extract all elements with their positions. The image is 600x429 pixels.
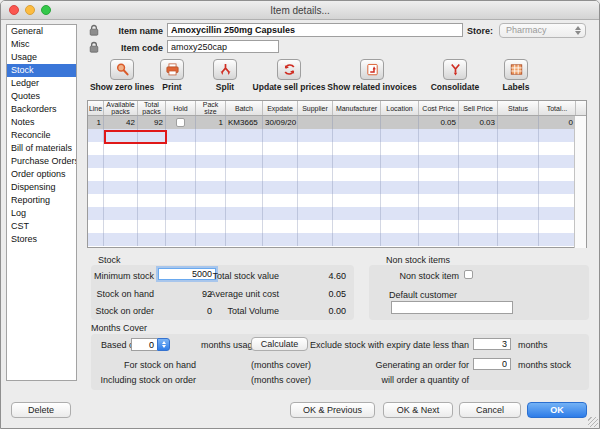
column-header-manufacturer[interactable]: Manufacturer (333, 101, 381, 115)
print-button[interactable]: Print (147, 59, 197, 92)
sidebar-item-misc[interactable]: Misc (7, 38, 76, 51)
sidebar-item-order-options[interactable]: Order options (7, 168, 76, 181)
sidebar-item-reconcile[interactable]: Reconcile (7, 129, 76, 142)
cell-batch (226, 233, 263, 246)
labels-button[interactable]: Labels (491, 59, 541, 92)
stepper-icon[interactable] (157, 338, 170, 351)
cell-total (539, 129, 576, 142)
cell-manufacturer[interactable] (333, 116, 381, 129)
table-row-empty (88, 129, 586, 142)
cell-expdate (263, 220, 298, 233)
show-related-invoices-button[interactable]: Show related invoices (327, 59, 417, 92)
cell-manufacturer (333, 220, 381, 233)
sidebar-item-cst[interactable]: CST (7, 220, 76, 233)
sidebar-item-bill-of-materials[interactable]: Bill of materials (7, 142, 76, 155)
average-unit-cost-value: 0.05 (296, 289, 346, 299)
cell-manufacturer (333, 194, 381, 207)
cell-expdate (263, 168, 298, 181)
zoom-icon[interactable] (41, 5, 51, 15)
cell-hold (166, 233, 196, 246)
column-header-location[interactable]: Location (381, 101, 419, 115)
resize-grip[interactable] (588, 417, 598, 427)
cell-expdate (263, 194, 298, 207)
split-button[interactable]: Split (200, 59, 250, 92)
generating-months-input[interactable] (473, 358, 511, 370)
sidebar: GeneralMiscUsageStockLedgerQuotesBackord… (6, 24, 77, 381)
ok-next-button[interactable]: OK & Next (383, 402, 453, 418)
cell-sell_price[interactable]: 0.03 (459, 116, 498, 129)
close-icon[interactable] (9, 5, 19, 15)
total-volume-value: 0.00 (296, 306, 346, 316)
cell-total_packs (138, 155, 166, 168)
based-on-spinner[interactable]: 0 (131, 338, 170, 351)
sidebar-item-log[interactable]: Log (7, 207, 76, 220)
cell-cost_price (419, 168, 459, 181)
delete-button[interactable]: Delete (11, 402, 71, 418)
sidebar-item-dispensing[interactable]: Dispensing (7, 181, 76, 194)
vertical-scrollbar[interactable] (574, 116, 586, 248)
cell-total[interactable]: 0 (539, 116, 576, 129)
cell-status[interactable] (498, 116, 539, 129)
cell-hold[interactable] (166, 116, 196, 129)
sidebar-item-stock[interactable]: Stock (7, 64, 76, 77)
default-customer-input[interactable] (391, 301, 513, 314)
sidebar-item-quotes[interactable]: Quotes (7, 90, 76, 103)
cell-pack_size[interactable]: 1 (196, 116, 226, 129)
ok-button[interactable]: OK (527, 402, 587, 418)
sidebar-item-stores[interactable]: Stores (7, 233, 76, 246)
column-header-status[interactable]: Status (498, 101, 539, 115)
cell-available_packs[interactable]: 42 (104, 116, 138, 129)
cell-cost_price (419, 207, 459, 220)
sidebar-item-reporting[interactable]: Reporting (7, 194, 76, 207)
sidebar-item-notes[interactable]: Notes (7, 116, 76, 129)
cell-total (539, 168, 576, 181)
will-order-label: will order a quantity of (234, 375, 469, 385)
column-header-available-packs[interactable]: Available packs (104, 101, 138, 115)
column-header-pack-size[interactable]: Pack size (196, 101, 226, 115)
sidebar-item-purchase-orders[interactable]: Purchase Orders (7, 155, 76, 168)
cell-total_packs[interactable]: 92 (138, 116, 166, 129)
total-stock-value: 4.60 (296, 271, 346, 281)
column-header-line[interactable]: Line (88, 101, 104, 115)
cell-cost_price[interactable]: 0.05 (419, 116, 459, 129)
window-title: Item details... (1, 1, 599, 20)
cell-batch (226, 155, 263, 168)
item-name-input[interactable] (167, 23, 463, 37)
exclude-months-input[interactable] (473, 338, 511, 350)
column-header-hold[interactable]: Hold (166, 101, 196, 115)
column-header-total[interactable]: Total... (539, 101, 576, 115)
cell-status (498, 168, 539, 181)
cell-status (498, 233, 539, 246)
cell-batch[interactable]: KM3665 (226, 116, 263, 129)
store-select[interactable]: Pharmacy (499, 23, 586, 38)
non-stock-item-checkbox[interactable] (464, 270, 473, 279)
consolidate-button[interactable]: Consolidate (425, 59, 485, 92)
column-header-cost-price[interactable]: Cost Price (419, 101, 459, 115)
column-header-sell-price[interactable]: Sell Price (459, 101, 498, 115)
sidebar-item-backorders[interactable]: Backorders (7, 103, 76, 116)
sidebar-item-ledger[interactable]: Ledger (7, 77, 76, 90)
cell-supplier (298, 207, 333, 220)
cell-expdate[interactable]: 30/09/20 (263, 116, 298, 129)
cell-supplier[interactable] (298, 116, 333, 129)
sidebar-item-usage[interactable]: Usage (7, 51, 76, 64)
toolbar-button-label: Show related invoices (327, 82, 417, 92)
non-stock-section-box: Non stock item Default customer (369, 265, 589, 320)
cell-sell_price (459, 207, 498, 220)
update-sell-prices-button[interactable]: Update sell prices (249, 59, 329, 92)
column-header-expdate[interactable]: Expdate (263, 101, 298, 115)
cell-location[interactable] (381, 116, 419, 129)
sidebar-item-general[interactable]: General (7, 25, 76, 38)
cell-total (539, 155, 576, 168)
column-header-total-packs[interactable]: Total packs (138, 101, 166, 115)
column-header-supplier[interactable]: Supplier (298, 101, 333, 115)
exclude-label: Exclude stock with expiry date less than (234, 340, 469, 350)
column-header-batch[interactable]: Batch (226, 101, 263, 115)
ok-previous-button[interactable]: OK & Previous (290, 402, 375, 418)
cell-batch (226, 194, 263, 207)
minimize-icon[interactable] (25, 5, 35, 15)
item-code-input[interactable] (167, 40, 279, 53)
cell-line[interactable]: 1 (88, 116, 104, 129)
cancel-button[interactable]: Cancel (459, 402, 521, 418)
hold-checkbox[interactable] (176, 118, 185, 127)
